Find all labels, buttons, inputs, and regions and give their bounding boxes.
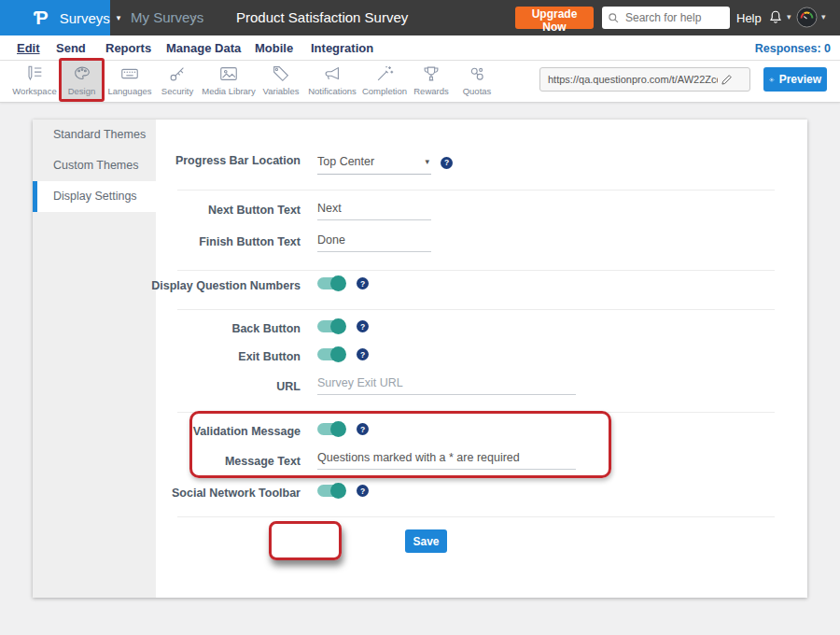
keyboard-icon bbox=[119, 64, 140, 84]
finish-button-text-input[interactable] bbox=[317, 233, 431, 252]
nav-mobile[interactable]: Mobile bbox=[255, 41, 293, 55]
nav-integration[interactable]: Integration bbox=[311, 41, 373, 55]
finish-button-text-label: Finish Button Text bbox=[51, 235, 301, 248]
help-icon[interactable]: ? bbox=[357, 277, 369, 289]
divider bbox=[177, 516, 775, 517]
preview-label: Preview bbox=[779, 73, 821, 86]
toolbar-item-rewards[interactable]: Rewards bbox=[411, 58, 452, 102]
validation-message-label: Validation Message bbox=[51, 425, 301, 438]
preview-button[interactable]: Preview bbox=[763, 67, 827, 92]
save-button[interactable]: Save bbox=[405, 529, 447, 553]
toolbar-item-label: Workspace bbox=[12, 86, 56, 96]
exit-button-label: Exit Button bbox=[51, 350, 301, 363]
responses-count[interactable]: Responses: 0 bbox=[755, 42, 831, 55]
progress-bar-location-select[interactable]: Top Center ▾ bbox=[317, 150, 431, 175]
topbar: Ƥ Surveys ▾ My Surveys › Product Satisfa… bbox=[0, 0, 840, 35]
product-name: Surveys bbox=[60, 10, 110, 26]
message-text-label: Message Text bbox=[51, 455, 301, 468]
divider bbox=[177, 412, 775, 413]
progress-bar-location-value: Top Center bbox=[317, 155, 374, 168]
help-icon[interactable]: ? bbox=[441, 157, 453, 169]
workspace-icon bbox=[24, 64, 45, 84]
help-link[interactable]: Help bbox=[736, 11, 762, 25]
next-button-text-label: Next Button Text bbox=[51, 204, 301, 217]
help-icon[interactable]: ? bbox=[357, 348, 369, 360]
help-search-input[interactable] bbox=[623, 10, 725, 25]
toolbar-item-label: Languages bbox=[107, 86, 151, 96]
toolbar-item-label: Rewards bbox=[413, 86, 449, 96]
toolbar-item-security[interactable]: Security bbox=[157, 58, 198, 102]
product-switcher[interactable]: Ƥ Surveys ▾ bbox=[0, 0, 110, 35]
back-button-toggle[interactable] bbox=[317, 320, 345, 332]
megaphone-icon bbox=[322, 64, 343, 84]
message-text-input[interactable] bbox=[317, 451, 576, 470]
toolbar-item-languages[interactable]: Languages bbox=[105, 58, 155, 102]
chevron-down-icon: ▾ bbox=[425, 150, 429, 173]
survey-url: https://qa.questionpro.com/t/AW22Zcq2J bbox=[548, 74, 718, 85]
back-button-label: Back Button bbox=[51, 322, 301, 335]
survey-nav: Edit Send Reports Manage Data Mobile Int… bbox=[0, 35, 840, 61]
questionpro-logo: Ƥ bbox=[34, 8, 49, 27]
nav-manage-data[interactable]: Manage Data bbox=[166, 41, 241, 55]
social-network-toolbar-label: Social Network Toolbar bbox=[51, 487, 301, 500]
chevron-down-icon: ▾ bbox=[117, 13, 121, 22]
palette-icon bbox=[72, 64, 92, 84]
app-window: Ƥ Surveys ▾ My Surveys › Product Satisfa… bbox=[0, 0, 840, 635]
help-search-box[interactable] bbox=[602, 7, 730, 29]
display-question-numbers-toggle[interactable] bbox=[317, 277, 345, 289]
toolbar-item-label: Completion bbox=[362, 86, 407, 96]
toolbar-item-design[interactable]: Design bbox=[59, 58, 105, 102]
notifications-bell-icon[interactable] bbox=[766, 7, 785, 27]
divider bbox=[177, 190, 775, 190]
nav-reports[interactable]: Reports bbox=[105, 41, 151, 55]
validation-message-toggle[interactable] bbox=[317, 423, 345, 435]
divider bbox=[177, 270, 775, 271]
toolbar-item-label: Notifications bbox=[308, 86, 357, 96]
social-network-toolbar-toggle[interactable] bbox=[317, 485, 345, 497]
nav-edit[interactable]: Edit bbox=[17, 41, 40, 55]
next-button-text-input[interactable] bbox=[317, 202, 431, 220]
help-icon[interactable]: ? bbox=[357, 423, 369, 435]
wand-icon bbox=[374, 64, 395, 84]
help-icon[interactable]: ? bbox=[357, 320, 369, 332]
survey-url-box: https://qa.questionpro.com/t/AW22Zcq2J bbox=[539, 67, 750, 92]
toolbar-item-label: Media Library bbox=[202, 86, 256, 96]
upgrade-now-button[interactable]: Upgrade Now bbox=[515, 7, 594, 29]
toolbar-item-label: Quotas bbox=[463, 86, 492, 96]
toolbar-item-completion[interactable]: Completion bbox=[362, 58, 407, 102]
toolbar-item-quotas[interactable]: Quotas bbox=[455, 58, 498, 102]
nav-send[interactable]: Send bbox=[56, 41, 86, 55]
sidebar-item-standard-themes[interactable]: Standard Themes bbox=[33, 120, 156, 150]
design-settings-card: Standard Themes Custom Themes Display Se… bbox=[33, 120, 807, 598]
avatar[interactable] bbox=[796, 7, 818, 28]
exit-url-input[interactable] bbox=[317, 376, 576, 395]
toolbar-item-label: Variables bbox=[263, 86, 300, 96]
chevron-down-icon[interactable]: ▾ bbox=[787, 12, 791, 21]
display-settings-form: Progress Bar Location Top Center ▾ ? Nex… bbox=[156, 120, 807, 598]
eye-icon bbox=[769, 75, 775, 85]
breadcrumb-separator-icon: › bbox=[192, 10, 196, 24]
tag-icon bbox=[271, 64, 291, 84]
divider bbox=[177, 309, 775, 310]
trophy-icon bbox=[421, 64, 441, 84]
chain-icon bbox=[467, 64, 487, 84]
toolbar-item-workspace[interactable]: Workspace bbox=[11, 58, 58, 102]
exit-url-label: URL bbox=[51, 380, 301, 393]
display-question-numbers-label: Display Question Numbers bbox=[51, 279, 301, 292]
toolbar-item-notifications[interactable]: Notifications bbox=[302, 58, 362, 102]
search-icon bbox=[608, 12, 620, 24]
exit-button-toggle[interactable] bbox=[317, 348, 345, 360]
page-title: Product Satisfaction Survey bbox=[236, 9, 408, 25]
help-icon[interactable]: ? bbox=[357, 485, 369, 497]
toolbar-item-media-library[interactable]: Media Library bbox=[198, 58, 259, 102]
progress-bar-location-label: Progress Bar Location bbox=[51, 154, 301, 167]
toolbar-item-label: Design bbox=[68, 86, 96, 96]
toolbar-item-variables[interactable]: Variables bbox=[259, 58, 302, 102]
chevron-down-icon[interactable]: ▾ bbox=[821, 12, 826, 21]
edit-url-pencil-icon[interactable] bbox=[720, 73, 734, 87]
image-icon bbox=[218, 64, 239, 84]
key-icon bbox=[167, 64, 188, 84]
toolbar-item-label: Security bbox=[161, 86, 193, 96]
